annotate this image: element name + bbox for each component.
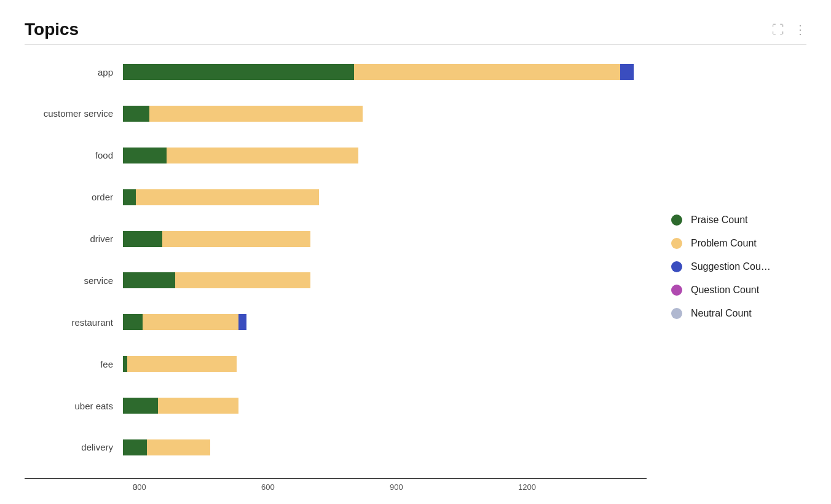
bar-segment-problem	[136, 189, 319, 205]
bar-row: restaurant	[25, 310, 647, 334]
bar-row: uber eats	[25, 393, 647, 418]
x-tick: 1200	[518, 482, 647, 492]
bar-row: fee	[25, 352, 647, 376]
bar-segment-suggestion	[238, 314, 246, 330]
bar-track	[123, 356, 647, 372]
page-container: Topics ⛶ ⋮ appcustomer servicefoodorderd…	[0, 0, 831, 504]
page-title: Topics	[25, 20, 79, 39]
bar-row: delivery	[25, 435, 647, 460]
bar-segment-problem	[167, 148, 358, 163]
chart-area: appcustomer servicefoodorderdriverservic…	[25, 60, 806, 492]
x-tick: 900	[390, 482, 518, 492]
legend-item: Neutral Count	[671, 308, 806, 319]
bar-label: order	[25, 192, 123, 202]
bar-segment-praise	[123, 189, 136, 205]
expand-icon[interactable]: ⛶	[772, 23, 784, 37]
bar-segment-problem	[158, 398, 238, 414]
x-tick: 300	[133, 482, 261, 492]
legend-item: Problem Count	[671, 238, 806, 249]
bar-segment-problem	[149, 106, 363, 122]
bar-segment-praise	[123, 231, 162, 247]
legend-dot	[671, 285, 682, 296]
bar-row: app	[25, 60, 647, 84]
bar-track	[123, 64, 647, 80]
bars-section: appcustomer servicefoodorderdriverservic…	[25, 60, 647, 478]
bar-segment-problem	[354, 64, 620, 80]
more-icon[interactable]: ⋮	[794, 22, 806, 37]
bar-track	[123, 314, 647, 330]
bar-segment-praise	[123, 356, 127, 372]
bar-segment-problem	[147, 439, 210, 455]
bar-row: customer service	[25, 101, 647, 126]
bar-label: uber eats	[25, 401, 123, 411]
bar-segment-praise	[123, 272, 175, 288]
bar-label: driver	[25, 234, 123, 244]
legend-dot	[671, 238, 682, 249]
bar-track	[123, 231, 647, 247]
bar-label: food	[25, 150, 123, 160]
bar-track	[123, 398, 647, 414]
bar-segment-problem	[162, 231, 310, 247]
legend-item: Suggestion Cou…	[671, 261, 806, 272]
x-axis: 03006009001200	[25, 478, 647, 492]
legend-item: Praise Count	[671, 215, 806, 226]
bar-track	[123, 272, 647, 288]
bar-track	[123, 439, 647, 455]
bar-segment-problem	[143, 314, 238, 330]
bar-row: order	[25, 185, 647, 210]
chart-main: appcustomer servicefoodorderdriverservic…	[25, 60, 647, 492]
legend-dot	[671, 308, 682, 319]
bar-row: food	[25, 143, 647, 168]
bar-row: driver	[25, 227, 647, 251]
bar-segment-praise	[123, 314, 143, 330]
legend-label: Praise Count	[691, 215, 748, 226]
legend-label: Suggestion Cou…	[691, 261, 771, 272]
bar-segment-problem	[127, 356, 237, 372]
bar-segment-praise	[123, 106, 149, 122]
legend-dot	[671, 261, 682, 272]
legend-label: Problem Count	[691, 238, 757, 249]
bar-track	[123, 106, 647, 122]
legend-dot	[671, 215, 682, 226]
bar-label: customer service	[25, 108, 123, 119]
bar-segment-praise	[123, 148, 167, 163]
bar-track	[123, 189, 647, 205]
bar-segment-praise	[123, 398, 158, 414]
legend-item: Question Count	[671, 285, 806, 296]
bar-segment-suggestion	[620, 64, 633, 80]
bar-segment-praise	[123, 439, 147, 455]
bar-label: restaurant	[25, 317, 123, 328]
x-tick: 600	[261, 482, 390, 492]
bar-label: delivery	[25, 442, 123, 452]
legend-label: Neutral Count	[691, 308, 752, 319]
bar-label: service	[25, 275, 123, 286]
bar-segment-problem	[175, 272, 310, 288]
page-header: Topics ⛶ ⋮	[25, 20, 806, 39]
bar-label: fee	[25, 359, 123, 369]
bar-track	[123, 148, 647, 163]
bar-label: app	[25, 67, 123, 77]
legend-label: Question Count	[691, 285, 759, 296]
header-actions: ⛶ ⋮	[772, 22, 806, 37]
legend: Praise CountProblem CountSuggestion Cou……	[647, 60, 806, 492]
bar-segment-praise	[123, 64, 354, 80]
header-divider	[25, 44, 806, 45]
bar-row: service	[25, 268, 647, 293]
